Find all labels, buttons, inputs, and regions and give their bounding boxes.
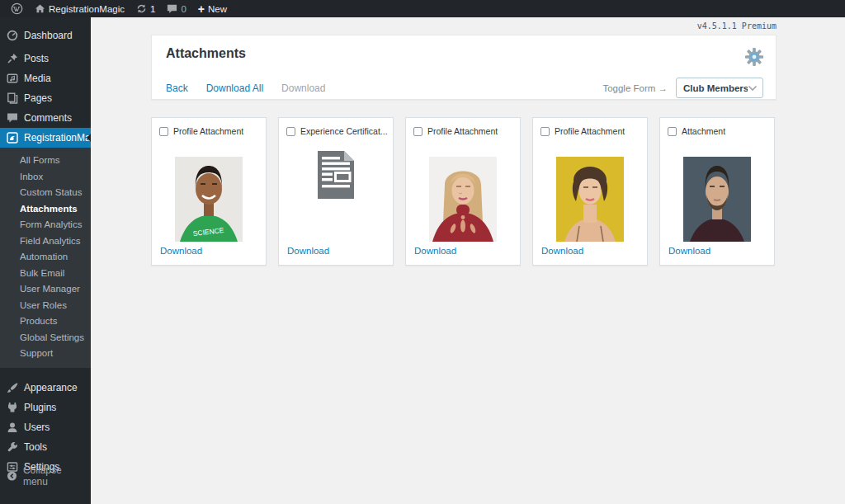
update-icon [136, 3, 147, 14]
attachment-label: Profile Attachment [173, 126, 243, 136]
attachment-checkbox[interactable] [413, 127, 422, 136]
back-link[interactable]: Back [166, 82, 188, 94]
site-name-link[interactable]: RegistrationMagic [29, 0, 130, 17]
comments-count: 0 [181, 4, 186, 14]
sidebar-item-media[interactable]: Media [0, 68, 91, 88]
panel-toolbar: Back Download All Download Toggle Form →… [152, 66, 776, 98]
sidebar-item-label: Dashboard [24, 30, 73, 41]
comments-icon [7, 112, 18, 124]
panel-header: Attachments [152, 35, 776, 66]
submenu-item-field-analytics[interactable]: Field Analytics [0, 233, 91, 250]
sidebar-item-plugins[interactable]: Plugins [0, 398, 91, 417]
attachment-label: Profile Attachment [555, 126, 625, 136]
attachment-card: Profile Attachment [405, 117, 521, 266]
form-select[interactable]: Club Membership [676, 78, 763, 98]
sidebar-item-tools[interactable]: Tools [0, 437, 91, 457]
plugin-icon [7, 402, 18, 413]
media-icon [7, 73, 18, 84]
attachment-card-header: Experience Certificat... [286, 126, 388, 136]
admin-bar: RegistrationMagic 1 0 + New [0, 0, 845, 17]
pin-icon [7, 53, 18, 64]
sidebar-item-comments[interactable]: Comments [0, 108, 91, 128]
wordpress-admin-screen: RegistrationMagic 1 0 + New [0, 0, 845, 504]
sidebar-item-label: Tools [24, 441, 47, 453]
download-link[interactable]: Download [541, 246, 583, 256]
attachment-card-header: Profile Attachment [413, 126, 498, 136]
chevron-down-icon [748, 85, 758, 92]
updates-indicator[interactable]: 1 [130, 0, 161, 17]
attachments-panel: Attachments [151, 35, 777, 100]
download-link[interactable]: Download [160, 246, 202, 256]
updates-count: 1 [150, 4, 155, 14]
collapse-menu-button[interactable]: Collapse menu [0, 464, 91, 488]
sidebar-item-label: Posts [24, 53, 49, 64]
registrationmagic-icon [7, 132, 18, 144]
attachment-cards: Profile Attachment SCIENCE Download [151, 117, 775, 266]
sidebar-item-label: Plugins [24, 402, 56, 413]
attachment-label: Profile Attachment [427, 126, 498, 136]
gear-icon[interactable] [745, 48, 763, 66]
sidebar-item-users[interactable]: Users [0, 417, 91, 437]
collapse-arrow-icon [7, 470, 17, 482]
attachment-label: Attachment [682, 126, 725, 136]
attachment-checkbox[interactable] [159, 127, 168, 136]
form-select-value: Club Membership [683, 83, 748, 93]
sidebar-item-label: Pages [24, 92, 52, 104]
submenu-item-automation[interactable]: Automation [0, 249, 91, 266]
submenu-item-custom-status[interactable]: Custom Status [0, 185, 91, 201]
attachment-card: Experience Certificat... D [278, 117, 394, 266]
attachment-checkbox[interactable] [286, 127, 295, 136]
woman-yellow-background-photo [556, 157, 624, 242]
registrationmagic-submenu: All Forms Inbox Custom Status Attachment… [0, 148, 91, 368]
attachment-checkbox[interactable] [668, 127, 677, 136]
submenu-item-inbox[interactable]: Inbox [0, 169, 91, 186]
submenu-item-products[interactable]: Products [0, 313, 91, 330]
wordpress-logo[interactable] [5, 0, 29, 17]
new-label: New [208, 4, 227, 14]
attachment-label: Experience Certificat... [300, 126, 388, 136]
sidebar-lower-menu: Appearance Plugins Users [0, 378, 91, 477]
wordpress-logo-icon [11, 2, 23, 15]
document-icon [316, 151, 356, 199]
submenu-item-global-settings[interactable]: Global Settings [0, 330, 91, 346]
page-title: Attachments [166, 46, 246, 61]
sidebar-item-pages[interactable]: Pages [0, 88, 91, 108]
users-icon [7, 422, 18, 433]
comment-bubble-icon [167, 3, 177, 14]
download-all-link[interactable]: Download All [206, 82, 263, 94]
attachment-card: Profile Attachment [532, 117, 648, 266]
sidebar-main-menu: Dashboard Posts Media [0, 17, 91, 477]
comments-indicator[interactable]: 0 [161, 0, 191, 17]
bearded-man-dark-photo [683, 157, 751, 242]
collapse-menu-label: Collapse menu [23, 464, 84, 488]
download-link[interactable]: Download [414, 246, 456, 256]
sidebar-item-label: Comments [24, 112, 72, 124]
submenu-item-attachments[interactable]: Attachments [0, 201, 91, 218]
download-link[interactable]: Download [668, 246, 710, 256]
toggle-form-label: Toggle Form → [602, 83, 668, 93]
sidebar-item-registrationmagic[interactable]: RegistrationMagic [0, 128, 91, 148]
submenu-item-user-manager[interactable]: User Manager [0, 281, 91, 298]
sidebar-item-dashboard[interactable]: Dashboard [0, 26, 91, 45]
sidebar-item-posts[interactable]: Posts [0, 49, 91, 68]
blonde-woman-red-sweater-photo [429, 157, 497, 242]
submenu-item-all-forms[interactable]: All Forms [0, 153, 91, 169]
new-content-button[interactable]: + New [192, 0, 233, 17]
attachment-checkbox[interactable] [541, 127, 550, 136]
attachment-card: Profile Attachment SCIENCE Download [151, 117, 267, 266]
submenu-item-support[interactable]: Support [0, 346, 91, 362]
sidebar-item-appearance[interactable]: Appearance [0, 378, 91, 398]
submenu-item-user-roles[interactable]: User Roles [0, 298, 91, 314]
sidebar: Dashboard Posts Media [0, 17, 91, 504]
attachment-card-header: Profile Attachment [541, 126, 625, 136]
download-link[interactable]: Download [287, 246, 329, 256]
plugin-version: v4.5.1.1 Premium [697, 21, 777, 31]
site-name: RegistrationMagic [49, 4, 125, 14]
download-link-disabled: Download [281, 82, 325, 94]
brush-icon [7, 382, 18, 393]
attachment-card: Attachment Download [659, 117, 775, 266]
plus-icon: + [198, 3, 205, 15]
dashboard-icon [7, 30, 18, 41]
submenu-item-form-analytics[interactable]: Form Analytics [0, 217, 91, 233]
submenu-item-bulk-email[interactable]: Bulk Email [0, 266, 91, 282]
